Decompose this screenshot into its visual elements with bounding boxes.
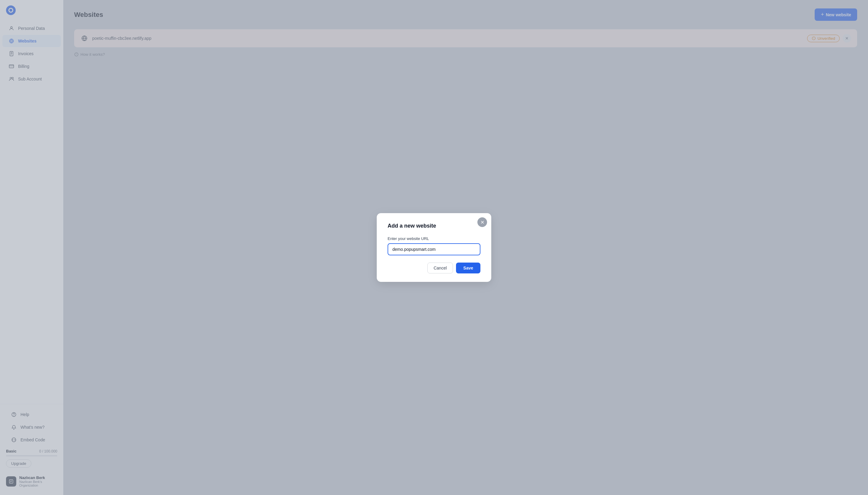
website-url-input[interactable] — [387, 243, 481, 255]
cancel-button[interactable]: Cancel — [427, 262, 453, 273]
add-website-modal: ✕ Add a new website Enter your website U… — [377, 213, 491, 282]
modal-actions: Cancel Save — [387, 262, 481, 273]
modal-overlay: ✕ Add a new website Enter your website U… — [0, 0, 868, 495]
modal-title: Add a new website — [387, 223, 481, 229]
save-button[interactable]: Save — [456, 262, 481, 273]
url-label: Enter your website URL — [387, 236, 481, 241]
modal-close-button[interactable]: ✕ — [478, 217, 487, 227]
